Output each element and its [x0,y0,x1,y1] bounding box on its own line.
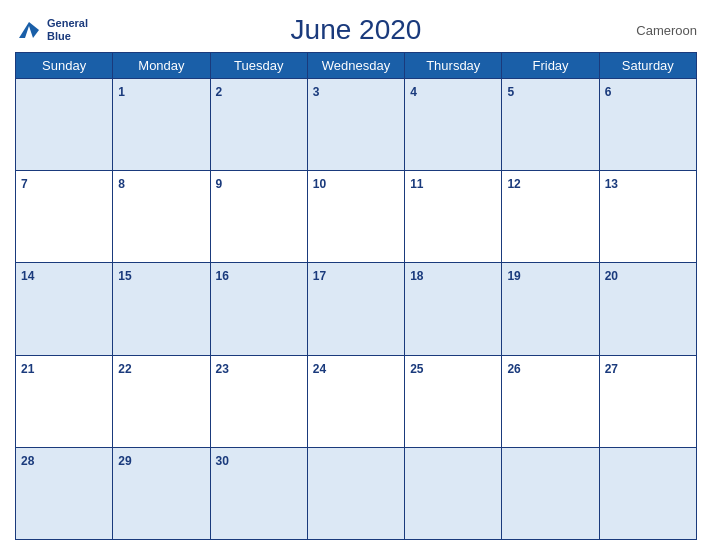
calendar-day: 9 [210,171,307,263]
day-number: 22 [118,362,131,376]
calendar-day: 8 [113,171,210,263]
calendar-day: 16 [210,263,307,355]
weekday-header-tuesday: Tuesday [210,53,307,79]
calendar-day [307,447,404,539]
calendar-day: 22 [113,355,210,447]
day-number: 1 [118,85,125,99]
calendar-day: 3 [307,79,404,171]
calendar-day: 10 [307,171,404,263]
day-number: 14 [21,269,34,283]
day-number: 17 [313,269,326,283]
weekday-header-friday: Friday [502,53,599,79]
day-number: 23 [216,362,229,376]
calendar-day: 2 [210,79,307,171]
country-label: Cameroon [636,23,697,38]
day-number: 10 [313,177,326,191]
calendar-day: 4 [405,79,502,171]
calendar-day: 30 [210,447,307,539]
calendar-day: 26 [502,355,599,447]
calendar-day: 11 [405,171,502,263]
calendar-day: 19 [502,263,599,355]
weekday-header-sunday: Sunday [16,53,113,79]
logo-icon [15,16,43,44]
day-number: 6 [605,85,612,99]
day-number: 2 [216,85,223,99]
day-number: 16 [216,269,229,283]
day-number: 21 [21,362,34,376]
day-number: 25 [410,362,423,376]
day-number: 3 [313,85,320,99]
day-number: 28 [21,454,34,468]
calendar-day: 20 [599,263,696,355]
day-number: 27 [605,362,618,376]
calendar-day: 29 [113,447,210,539]
svg-marker-0 [19,22,39,38]
weekday-header-saturday: Saturday [599,53,696,79]
calendar-week-row: 123456 [16,79,697,171]
day-number: 24 [313,362,326,376]
day-number: 7 [21,177,28,191]
day-number: 9 [216,177,223,191]
calendar-day: 18 [405,263,502,355]
day-number: 15 [118,269,131,283]
calendar-day: 24 [307,355,404,447]
calendar-day: 6 [599,79,696,171]
calendar-day: 21 [16,355,113,447]
day-number: 4 [410,85,417,99]
calendar-week-row: 21222324252627 [16,355,697,447]
calendar-title: June 2020 [291,14,422,46]
day-number: 11 [410,177,423,191]
calendar-day: 17 [307,263,404,355]
calendar-day: 27 [599,355,696,447]
calendar-day [405,447,502,539]
calendar-day: 28 [16,447,113,539]
logo: GeneralBlue [15,16,88,44]
calendar-day [599,447,696,539]
weekday-header-monday: Monday [113,53,210,79]
calendar-day: 25 [405,355,502,447]
day-number: 26 [507,362,520,376]
weekday-header-wednesday: Wednesday [307,53,404,79]
calendar-table: SundayMondayTuesdayWednesdayThursdayFrid… [15,52,697,540]
day-number: 13 [605,177,618,191]
logo-text: GeneralBlue [47,17,88,43]
day-number: 30 [216,454,229,468]
calendar-week-row: 14151617181920 [16,263,697,355]
calendar-header: GeneralBlue June 2020 Cameroon [15,10,697,46]
calendar-day: 7 [16,171,113,263]
day-number: 20 [605,269,618,283]
day-number: 12 [507,177,520,191]
calendar-day: 5 [502,79,599,171]
calendar-day: 1 [113,79,210,171]
weekday-header-row: SundayMondayTuesdayWednesdayThursdayFrid… [16,53,697,79]
calendar-day [502,447,599,539]
calendar-week-row: 282930 [16,447,697,539]
calendar-day: 15 [113,263,210,355]
calendar-day: 12 [502,171,599,263]
day-number: 8 [118,177,125,191]
calendar-day [16,79,113,171]
day-number: 19 [507,269,520,283]
calendar-week-row: 78910111213 [16,171,697,263]
calendar-day: 23 [210,355,307,447]
day-number: 29 [118,454,131,468]
calendar-day: 13 [599,171,696,263]
day-number: 5 [507,85,514,99]
calendar-day: 14 [16,263,113,355]
day-number: 18 [410,269,423,283]
weekday-header-thursday: Thursday [405,53,502,79]
